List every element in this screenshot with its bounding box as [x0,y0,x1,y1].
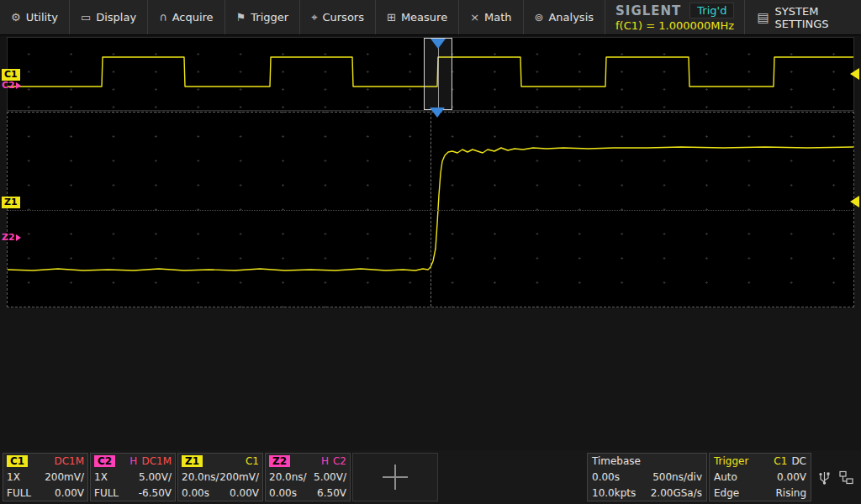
trigger-source: C1 [774,455,787,467]
c2-badge: C2 [94,455,115,467]
c2-offset: -6.50V [139,487,172,499]
z2-source: C2 [333,455,346,467]
system-settings-label: SYSTEM SETTINGS [775,5,851,30]
menu-label-utility: Utility [26,11,58,24]
menu-item-acquire[interactable]: ∩Acquire [148,0,225,34]
z2-tofs: 0.00s [269,487,297,499]
menu-label-math: Math [484,11,512,24]
menu-label-measure: Measure [401,11,447,24]
timebase-box[interactable]: Timebase 0.00s500ns/div 10.0kpts2.00GSa/… [587,453,707,501]
channel-box-c1[interactable]: C1DC1M 1X200mV/ FULL0.00V [3,453,88,501]
z1-vofs: 0.00V [230,487,259,499]
c1-offset: 0.00V [55,487,84,499]
display-icon: ▭ [81,11,91,24]
menu-item-utility[interactable]: ⚙Utility [0,0,70,34]
overview-waveform-area [7,37,854,111]
trigger-type: Edge [714,487,739,499]
system-settings-button[interactable]: ▤ SYSTEM SETTINGS [744,0,861,34]
offscreen-arrow-icon [16,234,21,241]
menu-item-trigger[interactable]: ⚑Trigger [225,0,301,34]
z1-channel-tag[interactable]: Z1 [2,197,20,208]
zoom-box-z2[interactable]: Z2HC2 20.0ns/5.00V/ 0.00s6.50V [265,453,351,501]
menu-label-acquire: Acquire [172,11,214,24]
channel-box-c2[interactable]: C2HDC1M 1X5.00V/ FULL-6.50V [90,453,176,501]
menu-label-analysis: Analysis [548,11,594,24]
menu-item-math[interactable]: ×Math [459,0,523,34]
crosshair-icon: ⌖ [311,11,317,24]
status-block: SIGLENT Trig'd f(C1) = 1.000000MHz [605,0,744,34]
z1-badge: Z1 [182,455,203,467]
measure-icon: ⊞ [387,11,396,24]
status-icons [813,470,858,485]
c2-hidden-flag: H [129,455,137,467]
c1-scale: 200mV/ [45,471,84,483]
timebase-scale: 500ns/div [652,471,702,483]
c1-badge: C1 [7,455,28,467]
c1-coupling: DC1M [54,455,84,467]
z1-zoom-trace [8,113,853,307]
trigger-box[interactable]: TriggerC1DC Auto0.00V EdgeRising [709,453,811,501]
zoom-box-z1[interactable]: Z1C1 20.0ns/200mV/ 0.00s0.00V [177,453,263,501]
z1-vdiv: 200mV/ [219,471,259,483]
menu-label-cursors: Cursors [322,11,364,24]
trigger-status-badge: Trig'd [689,3,734,18]
z2-channel-tag[interactable]: Z2 [2,233,21,243]
z2-vdiv: 5.00V/ [314,471,346,483]
trigger-level: 0.00V [777,471,806,483]
zoom-window-bottom-marker[interactable] [430,108,445,118]
trigger-slope: Rising [776,487,806,499]
menu-item-measure[interactable]: ⊞Measure [376,0,459,34]
z1-level-indicator[interactable] [850,196,859,207]
c2-bandwidth: FULL [94,487,119,499]
c1-bandwidth: FULL [7,487,31,499]
lan-icon[interactable] [839,470,853,485]
gear-icon: ⚙ [11,11,21,24]
menu-right-block: SIGLENT Trig'd f(C1) = 1.000000MHz ▤ SYS… [605,0,861,34]
c2-probe: 1X [94,471,108,483]
zoom-waveform-area [7,112,854,307]
usb-icon[interactable] [818,470,831,485]
offscreen-arrow-icon [16,82,21,89]
z1-source: C1 [246,455,259,467]
menu-item-analysis[interactable]: ⊚Analysis [524,0,605,34]
menu-label-trigger: Trigger [251,11,288,24]
acquire-icon: ∩ [159,11,167,24]
measure-panel: MEASURE CCJ(C1) Value0.00ns Mean0.0ps Mi… [0,309,861,450]
c1-channel-tag[interactable]: C1 [2,69,20,81]
menu-item-display[interactable]: ▭Display [70,0,148,34]
c2-channel-tag[interactable]: C2 [2,81,21,91]
z2-tdiv: 20.0ns/ [269,471,307,483]
flag-icon: ⚑ [236,11,246,24]
c2-channel-label: C2 [2,81,15,91]
bottom-status-bar: C1DC1M 1X200mV/ FULL0.00V C2HDC1M 1X5.00… [0,450,861,504]
z2-vofs: 6.50V [317,487,346,499]
z1-tdiv: 20.0ns/ [182,471,219,483]
c1-probe: 1X [7,471,20,483]
analysis-icon: ⊚ [535,11,544,24]
trigger-coupling: DC [791,455,806,467]
timebase-samplerate: 2.00GSa/s [651,487,702,499]
timebase-memory: 10.0kpts [592,487,636,499]
timebase-delay: 0.00s [592,471,620,483]
z2-channel-label: Z2 [2,233,15,243]
c2-coupling: DC1M [141,455,172,467]
plus-icon [383,465,408,490]
system-settings-icon: ▤ [757,10,769,25]
trigger-title: Trigger [714,455,748,467]
z2-hidden-flag: H [321,455,329,467]
menu-bar: ⚙Utility ▭Display ∩Acquire ⚑Trigger ⌖Cur… [0,0,861,35]
add-channel-button[interactable] [352,453,438,501]
trigger-mode: Auto [714,471,737,483]
frequency-readout: f(C1) = 1.000000MHz [615,19,734,32]
c2-scale: 5.00V/ [139,471,172,483]
siglent-logo: SIGLENT [615,3,681,18]
z2-badge: Z2 [269,455,290,467]
z1-tofs: 0.00s [182,487,209,499]
menu-item-cursors[interactable]: ⌖Cursors [300,0,376,34]
c1-level-indicator[interactable] [850,68,859,80]
zoom-window-top-marker[interactable] [430,39,446,49]
menu-label-display: Display [96,11,136,24]
timebase-title: Timebase [592,455,641,467]
math-icon: × [470,11,479,24]
